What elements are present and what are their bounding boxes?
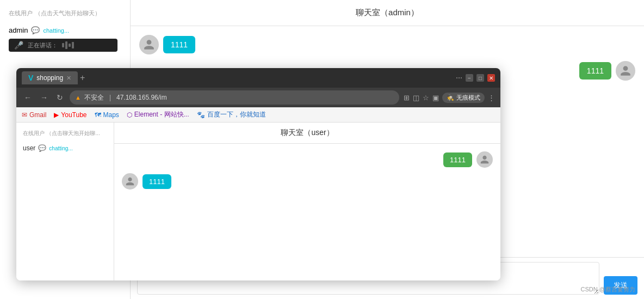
tab-favicon: V: [28, 74, 33, 82]
element-label: Element - 网站快...: [134, 110, 189, 119]
speech-bubble-icon-inner: 💬: [38, 144, 46, 152]
inner-sidebar-title-text: 在线用户: [23, 130, 45, 136]
audio-bar-2: [65, 41, 67, 49]
mic-icon: 🎤: [14, 41, 23, 50]
inner-chat-header: 聊天室（user）: [114, 123, 500, 144]
separator: |: [109, 94, 111, 101]
maximize-button[interactable]: □: [476, 74, 484, 82]
youtube-icon: ▶: [54, 111, 59, 119]
admin-username: admin: [9, 26, 28, 34]
admin-user-item[interactable]: admin 💬 chatting...: [9, 24, 121, 36]
bookmark-icon[interactable]: ☆: [423, 94, 429, 102]
element-icon: ⬡: [127, 111, 132, 119]
window-controls: ⋯ − □ ✕: [456, 74, 495, 82]
sidebar-title: 在线用户 （点击天气泡开始聊天）: [9, 9, 121, 17]
bookmark-gmail[interactable]: ✉ Gmail: [22, 111, 46, 119]
sidebar-toggle-icon[interactable]: ◫: [413, 94, 419, 102]
user-sent-bubble: 1111: [443, 152, 472, 167]
sent-bubble: 1111: [579, 62, 611, 80]
gmail-label: Gmail: [29, 111, 46, 119]
menu-icon[interactable]: ⋮: [488, 94, 495, 102]
gmail-icon: ✉: [22, 111, 27, 119]
inner-sidebar: 在线用户 （点击聊天泡开始聊... user 💬 chatting...: [16, 123, 114, 280]
bookmarks-bar: ✉ Gmail ▶ YouTube 🗺 Maps ⬡ Element - 网站快…: [16, 107, 500, 123]
incognito-label: 无痕模式: [456, 94, 480, 102]
speaking-bar: 🎤 正在讲话：: [9, 39, 117, 52]
bookmark-element[interactable]: ⬡ Element - 网站快...: [127, 110, 189, 119]
new-tab-button[interactable]: +: [80, 73, 85, 83]
user-sent-icon: [480, 155, 490, 164]
admin-chatting-status: chatting...: [43, 27, 69, 34]
address-bar[interactable]: ▲ 不安全 | 47.108.165.96/im: [70, 90, 399, 105]
browser-toolbar: ← → ↻ ▲ 不安全 | 47.108.165.96/im ⊞ ◫ ☆ ▣ 🕵…: [16, 88, 500, 107]
user-sent-msg: 1111: [122, 151, 493, 168]
received-bubble: 1111: [163, 36, 195, 53]
translate-icon[interactable]: ⊞: [404, 94, 410, 102]
baidu-icon: 🐾: [197, 111, 205, 119]
inner-sidebar-subtitle: （点击聊天泡开始聊...: [46, 130, 100, 136]
user-received-msg: 1111: [122, 173, 493, 190]
audio-bar-1: [62, 43, 64, 47]
browser-window: V shopping ✕ + ⋯ − □ ✕ ← → ↻ ▲ 不安全 | 47.…: [16, 68, 500, 280]
split-view-icon[interactable]: ▣: [432, 94, 439, 102]
user-received-avatar: [122, 173, 138, 190]
sender-avatar: [139, 35, 159, 54]
user-received-bubble: 1111: [143, 174, 171, 189]
user-username: user: [23, 144, 35, 152]
browser-content: 在线用户 （点击聊天泡开始聊... user 💬 chatting... 聊天室…: [16, 123, 500, 280]
bookmark-baidu[interactable]: 🐾 百度一下，你就知道: [197, 110, 266, 119]
user-chatting-status: chatting...: [49, 145, 72, 151]
toolbar-icons: ⊞ ◫ ☆ ▣ 🕵 无痕模式 ⋮: [404, 93, 495, 103]
audio-bar-3: [69, 44, 71, 47]
user-sent-avatar: [476, 151, 493, 168]
refresh-button[interactable]: ↻: [54, 92, 65, 103]
inner-messages: 1111 1111: [114, 144, 500, 280]
minimize-button[interactable]: −: [466, 74, 473, 82]
incognito-button[interactable]: 🕵 无痕模式: [442, 93, 485, 103]
browser-titlebar: V shopping ✕ + ⋯ − □ ✕: [16, 68, 500, 88]
speaking-label: 正在讲话：: [28, 41, 58, 50]
security-label: 不安全: [84, 93, 104, 102]
window-menu-icon: ⋯: [456, 74, 462, 82]
user-list-item[interactable]: user 💬 chatting...: [23, 143, 107, 154]
url-display: 47.108.165.96/im: [116, 94, 167, 101]
user-icon: [143, 39, 155, 51]
maps-label: Maps: [103, 111, 119, 119]
baidu-label: 百度一下，你就知道: [207, 110, 266, 119]
inner-chat-main: 聊天室（user） 1111 1111: [114, 123, 500, 280]
user-received-icon: [125, 176, 135, 186]
bookmark-youtube[interactable]: ▶ YouTube: [54, 111, 86, 119]
maps-icon: 🗺: [95, 111, 101, 119]
close-button[interactable]: ✕: [487, 74, 495, 82]
security-warning-icon: ▲: [75, 94, 81, 101]
forward-button[interactable]: →: [38, 92, 50, 103]
sender-avatar-right: [616, 61, 635, 81]
speech-bubble-icon: 💬: [31, 26, 40, 34]
user-icon-right: [620, 65, 631, 77]
back-button[interactable]: ←: [22, 92, 34, 103]
bookmark-maps[interactable]: 🗺 Maps: [95, 111, 119, 119]
tab-label: shopping: [36, 74, 63, 82]
tab-close-icon[interactable]: ✕: [66, 75, 71, 82]
inner-sidebar-title: 在线用户 （点击聊天泡开始聊...: [23, 129, 107, 137]
admin-received-msg: 1111: [139, 35, 635, 54]
sidebar-title-text: 在线用户: [9, 10, 33, 16]
audio-bar-4: [72, 42, 74, 48]
incognito-face-icon: 🕵: [447, 94, 454, 101]
tab-area: V shopping ✕ +: [22, 71, 451, 84]
audio-visualizer: [62, 41, 74, 49]
admin-chat-header: 聊天室（admin）: [131, 0, 644, 26]
shopping-tab[interactable]: V shopping ✕: [22, 71, 78, 84]
sidebar-subtitle: （点击天气泡开始聊天）: [35, 10, 101, 16]
youtube-label: YouTube: [61, 111, 86, 119]
csdn-watermark: CSDN @蔡言要努力: [581, 285, 635, 294]
